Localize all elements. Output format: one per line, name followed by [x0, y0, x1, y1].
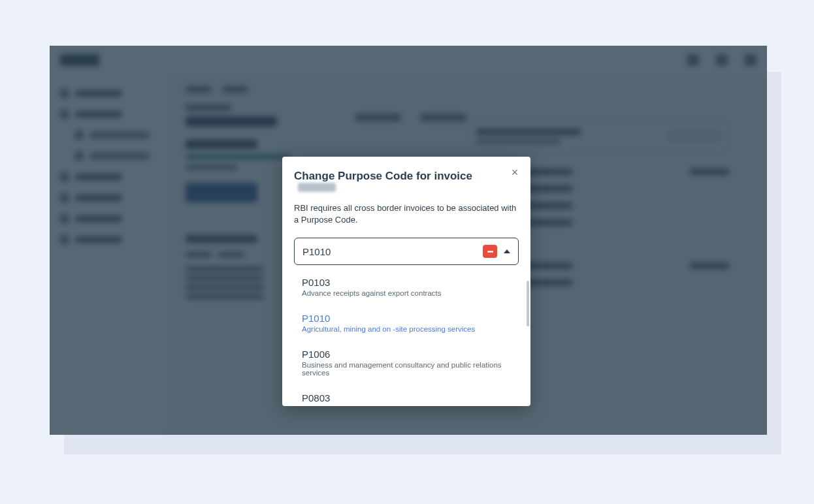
- dropdown-option[interactable]: P0803: [291, 385, 524, 406]
- option-desc: Advance receipts against export contract…: [302, 289, 513, 297]
- change-purpose-code-modal: × Change Purpose Code for invoice RBI re…: [282, 157, 530, 406]
- dropdown-option[interactable]: P1010 Agricultural, mining and on -site …: [291, 305, 524, 341]
- close-icon[interactable]: ×: [508, 166, 521, 179]
- modal-title: Change Purpose Code for invoice: [294, 170, 519, 192]
- invoice-id-redacted: [298, 183, 336, 192]
- option-code: P1006: [302, 349, 513, 360]
- dropdown-option[interactable]: P1006 Business and management consultanc…: [291, 341, 524, 385]
- option-code: P1010: [302, 313, 513, 324]
- option-code: P0803: [302, 392, 513, 403]
- option-desc: Business and management consultancy and …: [302, 361, 513, 377]
- option-code: P0103: [302, 277, 513, 288]
- chevron-up-icon[interactable]: [504, 249, 510, 253]
- purpose-code-dropdown: P0103 Advance receipts against export co…: [291, 269, 524, 406]
- dropdown-scrollbar[interactable]: [527, 281, 529, 326]
- purpose-code-input[interactable]: [302, 246, 483, 257]
- modal-title-text: Change Purpose Code for invoice: [294, 170, 472, 183]
- modal-description: RBI requires all cross border invoices t…: [294, 202, 519, 226]
- option-desc: Agricultural, mining and on -site proces…: [302, 325, 513, 333]
- clear-input-button[interactable]: •••: [483, 245, 497, 258]
- purpose-code-combobox[interactable]: •••: [294, 238, 519, 265]
- dropdown-option[interactable]: P0103 Advance receipts against export co…: [291, 269, 524, 305]
